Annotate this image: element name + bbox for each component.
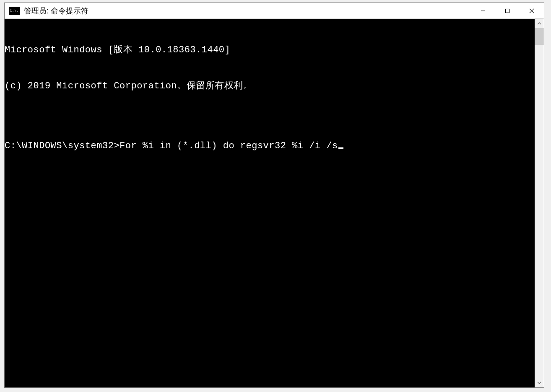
- terminal-line-version: Microsoft Windows [版本 10.0.18363.1440]: [5, 44, 535, 57]
- close-icon: [529, 8, 535, 14]
- scrollbar-down-button[interactable]: [535, 378, 544, 387]
- svg-rect-1: [506, 9, 509, 13]
- terminal-command: For %i in (*.dll) do regsvr32 %i /i /s: [120, 140, 338, 152]
- terminal-prompt-line: C:\WINDOWS\system32>For %i in (*.dll) do…: [5, 140, 535, 152]
- maximize-button[interactable]: [495, 3, 520, 18]
- terminal-output[interactable]: Microsoft Windows [版本 10.0.18363.1440] (…: [5, 19, 535, 387]
- chevron-up-icon: [537, 21, 541, 26]
- titlebar[interactable]: C:\. 管理员: 命令提示符: [5, 3, 544, 19]
- window-controls: [471, 3, 544, 18]
- app-icon-text: C:\.: [10, 9, 19, 13]
- app-icon: C:\.: [9, 7, 20, 15]
- scrollbar-thumb[interactable]: [535, 28, 544, 45]
- close-button[interactable]: [520, 3, 544, 18]
- vertical-scrollbar[interactable]: [535, 19, 544, 387]
- terminal-line-copyright: (c) 2019 Microsoft Corporation。保留所有权利。: [5, 80, 535, 93]
- minimize-button[interactable]: [471, 3, 495, 18]
- scrollbar-up-button[interactable]: [535, 19, 544, 28]
- chevron-down-icon: [537, 381, 541, 385]
- minimize-icon: [480, 8, 486, 14]
- content-area: Microsoft Windows [版本 10.0.18363.1440] (…: [5, 19, 544, 387]
- command-prompt-window: C:\. 管理员: 命令提示符 Microsof: [4, 3, 544, 388]
- window-title: 管理员: 命令提示符: [24, 6, 471, 16]
- terminal-cursor: [338, 147, 343, 149]
- maximize-icon: [504, 8, 510, 14]
- terminal-prompt: C:\WINDOWS\system32>: [5, 140, 120, 152]
- scrollbar-track[interactable]: [535, 28, 544, 378]
